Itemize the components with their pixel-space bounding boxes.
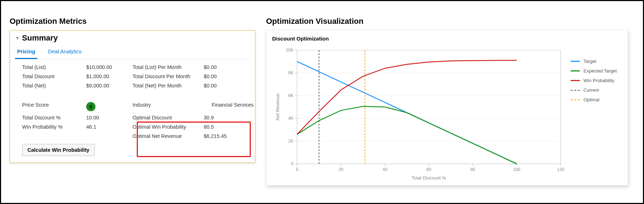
svg-text:100: 100 (513, 167, 520, 172)
svg-text:6K: 6K (288, 93, 294, 98)
optimal-discount-value: 30.9 (204, 115, 254, 120)
svg-text:40: 40 (383, 167, 388, 172)
legend-label-winprob: Win Probability (583, 78, 614, 83)
legend-label-target: Target (583, 59, 596, 64)
chart-legend: Target Expected Target Win Probability C… (571, 59, 617, 107)
legend-label-optimal: Optimal (583, 97, 599, 102)
price-score-badge: 8 (86, 102, 95, 111)
summary-tabs: Pricing Deal Analytics (15, 45, 250, 59)
optimal-discount-label: Optimal Discount (133, 115, 204, 120)
total-net-pm-label: Total (Net) Per Month (133, 83, 204, 88)
legend-optimal: Optimal (571, 97, 617, 102)
total-list-pm-value: $0.00 (204, 64, 254, 70)
win-prob-label: Win Probability % (22, 124, 86, 130)
svg-text:80: 80 (471, 167, 476, 172)
total-net-pm-value: $0.00 (204, 83, 254, 88)
disclosure-icon[interactable]: ▼ (15, 35, 20, 41)
legend-expected: Expected Target (571, 68, 617, 74)
tab-deal-analytics[interactable]: Deal Analytics (46, 45, 84, 59)
legend-swatch-expected (571, 70, 580, 71)
discount-optimization-chart: 02K4K6K8K10K020406080100120Total Discoun… (272, 43, 564, 182)
total-list-pm-label: Total (List) Per Month (133, 64, 204, 70)
price-score-value: 8 (86, 102, 133, 111)
total-discount-pct-value: 10.00 (86, 115, 133, 120)
svg-text:20: 20 (339, 167, 344, 172)
total-list-label: Total (List) (22, 64, 86, 70)
legend-label-expected: Expected Target (583, 68, 617, 74)
svg-text:2K: 2K (288, 139, 294, 144)
win-prob-value: 46.1 (86, 124, 133, 130)
legend-swatch-current (571, 90, 580, 91)
svg-text:Total Discount %: Total Discount % (412, 175, 446, 181)
svg-text:8K: 8K (288, 70, 294, 75)
legend-swatch-optimal (571, 100, 580, 100)
summary-card: ▼ Summary Pricing Deal Analytics Total (… (10, 30, 255, 163)
legend-swatch-target (571, 61, 580, 62)
legend-label-current: Current (583, 87, 599, 93)
optimal-win-prob-label: Optimal Win Probability (133, 124, 204, 130)
legend-winprob: Win Probability (571, 78, 617, 83)
metrics-panel-title: Optimization Metrics (10, 17, 255, 26)
total-list-value: $10,000.00 (86, 64, 133, 70)
legend-target: Target (571, 59, 617, 64)
total-discount-label: Total Discount (22, 74, 86, 79)
svg-text:120: 120 (557, 167, 564, 172)
svg-text:4K: 4K (288, 116, 294, 121)
legend-current: Current (571, 87, 617, 93)
legend-swatch-winprob (571, 80, 580, 81)
chart-title: Discount Optimization (272, 36, 622, 42)
optimal-net-rev-value: $6,215.45 (204, 133, 254, 139)
price-score-label: Price Score (22, 102, 86, 111)
total-discount-pm-label: Total Discount Per Month (133, 74, 204, 79)
svg-text:Net Revenue: Net Revenue (275, 93, 280, 120)
total-net-value: $9,000.00 (86, 83, 133, 88)
industry-value: Financial Services (204, 102, 254, 111)
total-discount-pm-value: $0.00 (204, 74, 254, 79)
calculate-win-probability-button[interactable]: Calculate Win Probability (22, 144, 95, 156)
viz-panel-title: Optimization Visualization (266, 17, 628, 26)
svg-text:0: 0 (296, 167, 298, 172)
total-discount-value: $1,000.00 (86, 74, 133, 79)
viz-card: Discount Optimization 02K4K6K8K10K020406… (266, 30, 628, 186)
svg-text:10K: 10K (286, 48, 294, 53)
metrics-grid: Total (List) $10,000.00 Total (List) Per… (15, 64, 250, 139)
optimal-net-rev-label: Optimal Net Revenue (133, 133, 204, 139)
total-discount-pct-label: Total Discount % (22, 115, 86, 120)
industry-label: Industry (133, 102, 204, 111)
optimal-win-prob-value: 80.5 (204, 124, 254, 130)
svg-text:60: 60 (426, 167, 431, 172)
svg-text:0: 0 (291, 161, 294, 166)
svg-rect-0 (297, 50, 561, 164)
summary-title: Summary (22, 33, 58, 43)
total-net-label: Total (Net) (22, 83, 86, 88)
tab-pricing[interactable]: Pricing (15, 45, 37, 59)
